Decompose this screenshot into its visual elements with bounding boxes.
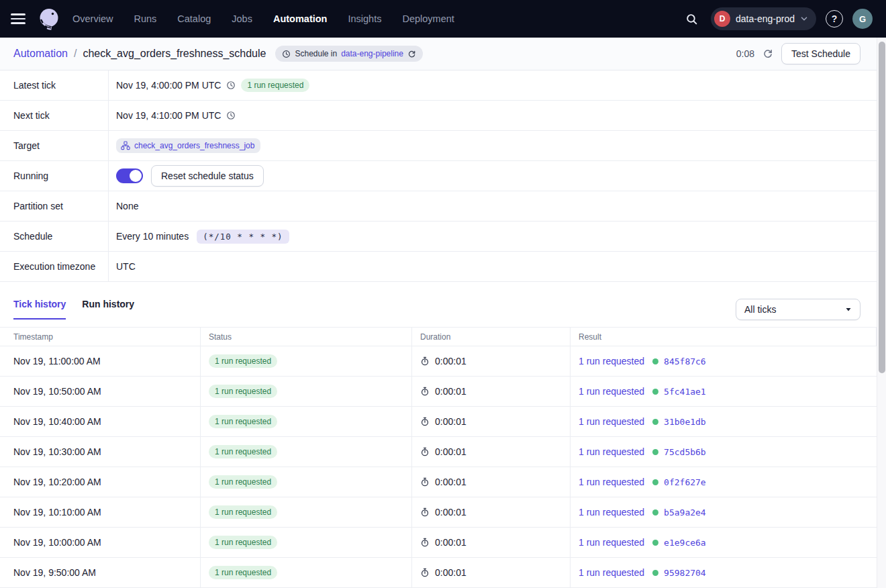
run-id-link[interactable]: 95982704 xyxy=(664,568,706,578)
badge-prefix: Schedule in xyxy=(295,49,337,58)
tick-timestamp: Nov 19, 10:00:00 AM xyxy=(13,537,101,548)
chevron-down-icon xyxy=(800,15,808,23)
tick-result-link[interactable]: 1 run requested xyxy=(579,537,644,548)
tick-filter-select[interactable]: All ticks xyxy=(736,299,860,320)
menu-icon[interactable] xyxy=(11,11,27,27)
job-icon xyxy=(121,141,130,150)
top-nav: Overview Runs Catalog Jobs Automation In… xyxy=(0,0,886,38)
tick-status-badge: 1 run requested xyxy=(209,354,277,368)
run-id-link[interactable]: 5fc41ae1 xyxy=(664,387,706,397)
nav-item-overview[interactable]: Overview xyxy=(72,13,113,24)
tick-result-link[interactable]: 1 run requested xyxy=(579,567,644,578)
run-status-dot xyxy=(652,449,658,455)
run-id-link[interactable]: e1e9ce6a xyxy=(664,538,706,548)
run-status-dot xyxy=(652,570,658,576)
pipeline-link[interactable]: data-eng-pipeline xyxy=(341,49,403,58)
stopwatch-icon xyxy=(420,568,430,577)
detail-label: Next tick xyxy=(0,101,109,130)
tick-result-link[interactable]: 1 run requested xyxy=(579,356,644,366)
scrollbar-thumb[interactable] xyxy=(879,42,885,373)
tick-duration: 0:00:01 xyxy=(435,386,466,397)
tick-timestamp: Nov 19, 10:30:00 AM xyxy=(13,446,101,457)
tick-timestamp: Nov 19, 10:20:00 AM xyxy=(13,477,101,487)
run-status-dot xyxy=(652,419,658,425)
tick-status-badge: 1 run requested xyxy=(209,385,277,398)
nav-item-deployment[interactable]: Deployment xyxy=(402,13,454,24)
help-icon[interactable]: ? xyxy=(826,10,843,28)
detail-row-schedule: Schedule Every 10 minutes (*/10 * * * *) xyxy=(0,222,877,252)
schedule-page: Overview Runs Catalog Jobs Automation In… xyxy=(0,0,886,588)
reload-icon[interactable] xyxy=(407,50,416,58)
stopwatch-icon xyxy=(420,387,430,396)
tick-status-badge: 1 run requested xyxy=(209,536,277,549)
column-header-result: Result xyxy=(571,328,877,346)
nav-item-insights[interactable]: Insights xyxy=(348,13,381,24)
nav-item-runs[interactable]: Runs xyxy=(134,13,156,24)
tick-filter-value: All ticks xyxy=(744,304,776,315)
tick-result-link[interactable]: 1 run requested xyxy=(579,386,644,397)
tick-status-badge: 1 run requested xyxy=(209,415,277,428)
nav-item-jobs[interactable]: Jobs xyxy=(232,13,252,24)
top-nav-right: D data-eng-prod ? G xyxy=(681,7,873,30)
run-status-dot xyxy=(652,358,658,364)
detail-label: Latest tick xyxy=(0,70,109,100)
main-content: Automation / check_avg_orders_freshness_… xyxy=(0,38,877,588)
tick-duration: 0:00:01 xyxy=(435,507,466,518)
detail-row-target: Target check_avg_orders_freshness_job xyxy=(0,131,877,161)
tick-duration: 0:00:01 xyxy=(435,446,466,457)
detail-label: Partition set xyxy=(0,191,109,221)
timezone-value: UTC xyxy=(116,261,136,272)
refresh-icon[interactable] xyxy=(762,48,773,59)
breadcrumb-automation-link[interactable]: Automation xyxy=(13,48,68,60)
tick-result-link[interactable]: 1 run requested xyxy=(579,477,644,487)
caret-down-icon xyxy=(845,306,852,313)
tick-result-link[interactable]: 1 run requested xyxy=(579,446,644,457)
schedule-description: Every 10 minutes xyxy=(116,231,189,242)
tick-result-link[interactable]: 1 run requested xyxy=(579,416,644,427)
run-id-link[interactable]: 31b0e1db xyxy=(664,417,706,427)
user-avatar[interactable]: G xyxy=(852,9,873,29)
run-id-link[interactable]: 75cd5b6b xyxy=(664,447,706,457)
breadcrumb-separator: / xyxy=(74,48,77,60)
stopwatch-icon xyxy=(420,447,430,456)
stopwatch-icon xyxy=(420,417,430,426)
tick-result-link[interactable]: 1 run requested xyxy=(579,507,644,518)
detail-row-running: Running Reset schedule status xyxy=(0,161,877,191)
deployment-switcher[interactable]: D data-eng-prod xyxy=(711,7,816,30)
detail-row-latest-tick: Latest tick Nov 19, 4:00:00 PM UTC 1 run… xyxy=(0,70,877,101)
run-id-link[interactable]: 845f87c6 xyxy=(664,356,706,366)
run-status-dot xyxy=(652,509,658,516)
detail-label: Execution timezone xyxy=(0,252,109,281)
nav-item-catalog[interactable]: Catalog xyxy=(177,13,211,24)
clock-icon xyxy=(226,81,236,90)
detail-label: Target xyxy=(0,131,109,160)
stopwatch-icon xyxy=(420,507,430,517)
search-icon[interactable] xyxy=(681,9,701,29)
table-row: Nov 19, 10:40:00 AM 1 run requested 0:00… xyxy=(0,407,877,437)
test-schedule-button[interactable]: Test Schedule xyxy=(781,43,860,64)
schedule-location-badge: Schedule in data-eng-pipeline xyxy=(275,46,422,62)
tick-duration: 0:00:01 xyxy=(435,477,466,487)
run-status-dot xyxy=(652,540,658,546)
tick-status-badge: 1 run requested xyxy=(209,566,277,579)
tab-run-history[interactable]: Run history xyxy=(82,299,134,320)
running-toggle[interactable] xyxy=(116,168,143,183)
run-id-link[interactable]: 0f2f627e xyxy=(664,477,706,487)
nav-item-automation[interactable]: Automation xyxy=(273,13,328,24)
table-row: Nov 19, 9:50:00 AM 1 run requested 0:00:… xyxy=(0,558,877,588)
run-id-link[interactable]: b5a9a2e4 xyxy=(664,507,706,518)
reset-schedule-status-button[interactable]: Reset schedule status xyxy=(151,165,264,187)
column-header-status: Status xyxy=(201,328,412,346)
dagster-logo-icon[interactable] xyxy=(36,6,62,32)
tick-timestamp: Nov 19, 9:50:00 AM xyxy=(13,567,96,578)
run-status-dot xyxy=(652,479,658,485)
tick-duration: 0:00:01 xyxy=(435,416,466,427)
run-status-dot xyxy=(652,389,658,395)
target-job-pill: check_avg_orders_freshness_job xyxy=(116,138,260,153)
target-job-link[interactable]: check_avg_orders_freshness_job xyxy=(134,141,254,150)
stopwatch-icon xyxy=(420,538,430,547)
stopwatch-icon xyxy=(420,356,430,366)
tick-duration: 0:00:01 xyxy=(435,356,466,366)
column-header-duration: Duration xyxy=(412,328,571,346)
tab-tick-history[interactable]: Tick history xyxy=(13,299,66,320)
